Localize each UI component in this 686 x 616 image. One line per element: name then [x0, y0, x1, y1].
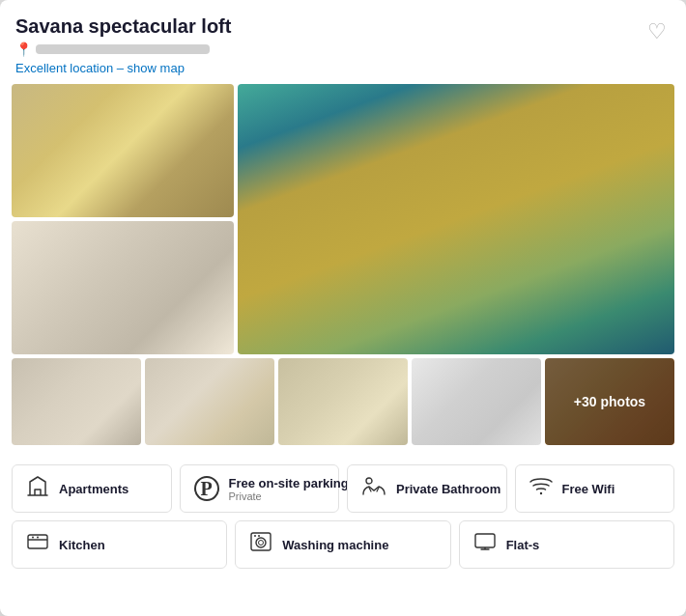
- amenity-wifi: Free Wifi: [515, 464, 675, 513]
- amenity-bathroom-text: Private Bathroom: [396, 482, 500, 496]
- amenity-tv-text: Flat-s: [506, 538, 540, 552]
- header: Savana spectacular loft 📍 Excellent loca…: [0, 0, 686, 84]
- header-left: Savana spectacular loft 📍 Excellent loca…: [15, 15, 231, 76]
- amenity-kitchen: Kitchen: [12, 520, 227, 569]
- photo-thumb-5[interactable]: +30 photos: [545, 358, 674, 445]
- apartments-icon: [26, 475, 49, 502]
- more-photos-overlay[interactable]: +30 photos: [545, 358, 674, 445]
- amenity-tv-label: Flat-s: [506, 538, 540, 552]
- wifi-icon: [529, 476, 553, 501]
- svg-point-7: [256, 538, 266, 547]
- amenity-tv: Flat-s: [459, 520, 674, 569]
- location-link[interactable]: Excellent location – show map: [15, 61, 185, 75]
- amenity-parking-text: Free on-site parking Private: [229, 476, 349, 502]
- kitchen-icon: [26, 531, 49, 558]
- tv-icon: [473, 531, 497, 558]
- property-title: Savana spectacular loft: [15, 15, 231, 38]
- more-photos-label: +30 photos: [574, 394, 645, 409]
- amenity-parking-sub: Private: [229, 490, 349, 502]
- amenity-apartments-text: Apartments: [59, 482, 129, 496]
- photo-thumb-3[interactable]: [278, 358, 408, 445]
- amenity-bathroom: Private Bathroom: [347, 464, 507, 513]
- amenity-wifi-text: Free Wifi: [562, 482, 615, 496]
- bathroom-icon: [361, 475, 386, 502]
- amenity-washer-label: Washing machine: [282, 538, 388, 552]
- amenities-row-2: Kitchen Washing machine: [12, 520, 674, 569]
- amenity-apartments-label: Apartments: [59, 482, 129, 496]
- amenities-section: Apartments P Free on-site parking Privat…: [0, 453, 686, 569]
- svg-rect-11: [475, 534, 495, 547]
- photo-section: +30 photos: [0, 84, 686, 445]
- photo-thumb-2[interactable]: [145, 358, 274, 445]
- svg-point-1: [539, 492, 541, 494]
- washer-icon: [249, 531, 272, 558]
- photo-thumb-1[interactable]: [12, 358, 141, 445]
- photo-thumb-4[interactable]: [412, 358, 541, 445]
- svg-point-10: [258, 535, 260, 537]
- amenity-washer: Washing machine: [235, 520, 450, 569]
- amenity-apartments: Apartments: [12, 464, 172, 513]
- amenities-row-1: Apartments P Free on-site parking Privat…: [12, 464, 674, 513]
- amenity-parking: P Free on-site parking Private: [180, 464, 340, 513]
- amenity-parking-label: Free on-site parking: [229, 476, 349, 490]
- photo-bedroom[interactable]: [12, 84, 234, 217]
- svg-point-0: [366, 478, 372, 484]
- pin-icon: 📍: [15, 42, 32, 57]
- parking-icon: P: [194, 476, 219, 501]
- amenity-kitchen-label: Kitchen: [59, 538, 105, 552]
- svg-point-5: [37, 537, 39, 539]
- amenity-washer-text: Washing machine: [282, 538, 388, 552]
- favorite-button[interactable]: ♡: [643, 15, 671, 48]
- svg-point-8: [259, 541, 264, 546]
- svg-point-4: [32, 537, 34, 539]
- photo-sofa[interactable]: [238, 84, 674, 354]
- photo-kitchen[interactable]: [12, 221, 234, 354]
- svg-point-9: [254, 535, 256, 537]
- amenity-bathroom-label: Private Bathroom: [396, 482, 500, 496]
- location-row: 📍: [15, 42, 231, 57]
- location-bar: [36, 44, 210, 54]
- property-card: Savana spectacular loft 📍 Excellent loca…: [0, 0, 686, 616]
- amenity-kitchen-text: Kitchen: [59, 538, 105, 552]
- amenity-wifi-label: Free Wifi: [562, 482, 615, 496]
